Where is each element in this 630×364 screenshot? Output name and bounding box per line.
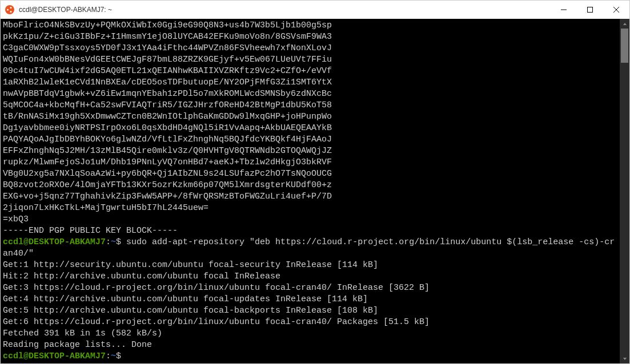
terminal-window: ccdl@DESKTOP-ABKAMJ7: ~ MboFlricO4NkSBvz… <box>0 0 630 364</box>
pgp-key-line: WQIuFon4xW0bBNesVdGEEtCWEJgF87bmL88ZRZK9… <box>3 54 617 66</box>
prompt-path: ~ <box>111 351 116 361</box>
terminal-content[interactable]: MboFlricO4NkSBvzUy+PQMkOXiWbIx0Ggi9eG90Q… <box>1 19 620 363</box>
output-line: Hit:2 http://archive.ubuntu.com/ubuntu f… <box>3 271 617 282</box>
output-line: Reading package lists... Done <box>3 339 617 351</box>
pgp-key-line: pkKz1pu/Z+ciGu3IBbFz+I1HmsmY1ejO8lUYCAB4… <box>3 31 617 43</box>
pgp-key-line: PAQYAQoAJgIbDBYhBOKYo6glwNZd/VfLtlFxZhng… <box>3 134 617 145</box>
scroll-thumb[interactable] <box>621 29 628 63</box>
prompt-path: ~ <box>111 237 116 247</box>
svg-rect-4 <box>588 7 593 13</box>
output-line: Get:4 http://archive.ubuntu.com/ubuntu f… <box>3 294 617 305</box>
svg-point-0 <box>7 9 9 11</box>
svg-point-2 <box>10 11 12 13</box>
prompt-user: ccdl@DESKTOP-ABKAMJ7 <box>3 237 106 247</box>
maximize-button[interactable] <box>577 1 603 19</box>
close-button[interactable] <box>603 1 629 19</box>
pgp-key-line: =xbQ3 <box>3 214 617 225</box>
pgp-key-line: MboFlricO4NkSBvzUy+PQMkOXiWbIx0Ggi9eG90Q… <box>3 20 617 31</box>
scroll-up-button[interactable] <box>620 19 629 29</box>
window-title: ccdl@DESKTOP-ABKAMJ7: ~ <box>19 6 551 14</box>
pgp-key-line: 5qMCOC4a+kbcMqfH+Ca52swFVIAQTriR5/IGZJHr… <box>3 100 617 111</box>
pgp-key-line: EFFxZhnghNq5J2MH/13zMlB45Qire0mklv3z/Q0H… <box>3 145 617 157</box>
scrollbar[interactable] <box>620 19 629 363</box>
pgp-key-line: Dg1yavbbmee0iyNRTPSIrpOxo6L0qsXbdHD4gNQl… <box>3 123 617 134</box>
output-line: Fetched 391 kB in 1s (582 kB/s) <box>3 328 617 339</box>
pgp-key-line: 09c4tuI7wCUW4ixf2dG5AQ0ETL21xQEIANhwKBAI… <box>3 66 617 77</box>
pgp-key-line: -----END PGP PUBLIC KEY BLOCK----- <box>3 225 617 237</box>
title-bar: ccdl@DESKTOP-ABKAMJ7: ~ <box>1 1 629 19</box>
pgp-key-line: C3gaC0WXW9pTssxoys5YD0fJ3x1YAa4iFthc44WP… <box>3 43 617 54</box>
scroll-track[interactable] <box>620 29 629 354</box>
output-line: Get:3 https://cloud.r-project.org/bin/li… <box>3 282 617 294</box>
prompt-line: ccdl@DESKTOP-ABKAMJ7:~$ <box>3 351 617 362</box>
pgp-key-line: VBg0U2xg5a7NXlqSoaAzWi+py6bQR+Qj1AIbZNL9… <box>3 168 617 180</box>
minimize-button[interactable] <box>551 1 577 19</box>
svg-point-1 <box>10 7 12 9</box>
output-line: Get:5 http://archive.ubuntu.com/ubuntu f… <box>3 305 617 317</box>
pgp-key-line: rupkz/MlwmFejoSJo1uM/Dhb19PNnLyVQ7onHBd7… <box>3 157 617 168</box>
pgp-key-line: EXG+vo+j5qnz77TghahivkZip3FwW5APP+/8fWrQ… <box>3 191 617 203</box>
prompt-user: ccdl@DESKTOP-ABKAMJ7 <box>3 351 106 361</box>
svg-marker-8 <box>623 358 627 360</box>
pgp-key-line: BQ8zvot2oRXOe/4lOmjaYFTb13KXr5ozrKzkm66p… <box>3 180 617 191</box>
window-controls <box>551 1 629 19</box>
pgp-key-line: 1aRXhB2lwleK1eCVd1NnBXEa/cDEO5osTDFbutuo… <box>3 77 617 88</box>
pgp-key-line: tB/RnNASiMx19gh5XxDmwwCZTcn0B2WnIOtlphGa… <box>3 111 617 123</box>
ubuntu-icon <box>5 5 14 14</box>
output-line: Get:1 http://security.ubuntu.com/ubuntu … <box>3 260 617 271</box>
terminal-area[interactable]: MboFlricO4NkSBvzUy+PQMkOXiWbIx0Ggi9eG90Q… <box>1 19 629 363</box>
svg-marker-7 <box>623 23 627 25</box>
scroll-down-button[interactable] <box>620 354 629 363</box>
pgp-key-line: nwAVpBBTdqV1gbwk+vZ6iEw1mqnYEbah1zPDl5o7… <box>3 88 617 100</box>
pgp-key-line: 2jiqon7LxHKcTkL+MajTgwrtuH5bI7hL2445uew= <box>3 203 617 214</box>
output-line: Get:6 https://cloud.r-project.org/bin/li… <box>3 317 617 328</box>
prompt-line: ccdl@DESKTOP-ABKAMJ7:~$ sudo add-apt-rep… <box>3 237 617 260</box>
